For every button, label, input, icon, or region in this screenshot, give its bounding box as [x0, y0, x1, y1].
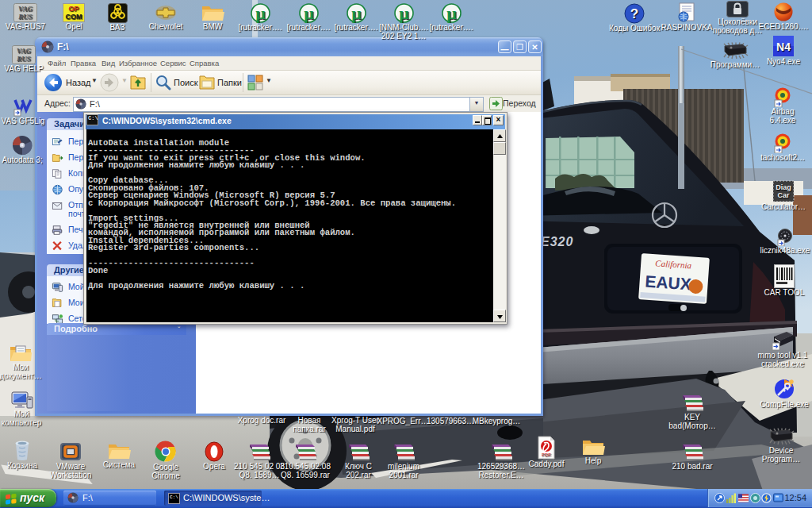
- svg-text:µ: µ: [446, 3, 457, 23]
- svg-text:Car: Car: [777, 191, 790, 199]
- svg-text:VAG: VAG: [18, 5, 33, 13]
- svg-text:EAUX: EAUX: [645, 271, 692, 293]
- svg-text:COM: COM: [66, 13, 82, 21]
- svg-text:N4: N4: [776, 40, 791, 53]
- svg-text:µ: µ: [399, 3, 409, 23]
- svg-text:OP: OP: [68, 5, 79, 13]
- svg-text:E320: E320: [541, 235, 573, 248]
- svg-text:RUS: RUS: [16, 55, 31, 63]
- svg-text:µ: µ: [255, 3, 266, 23]
- svg-text:RUS: RUS: [17, 13, 33, 21]
- svg-text:Diag: Diag: [776, 183, 791, 191]
- svg-text:µ: µ: [351, 3, 362, 23]
- svg-text:VAG: VAG: [17, 47, 31, 55]
- svg-text:?: ?: [630, 6, 638, 21]
- svg-text:µ: µ: [304, 3, 314, 23]
- svg-text:PDF: PDF: [542, 452, 551, 457]
